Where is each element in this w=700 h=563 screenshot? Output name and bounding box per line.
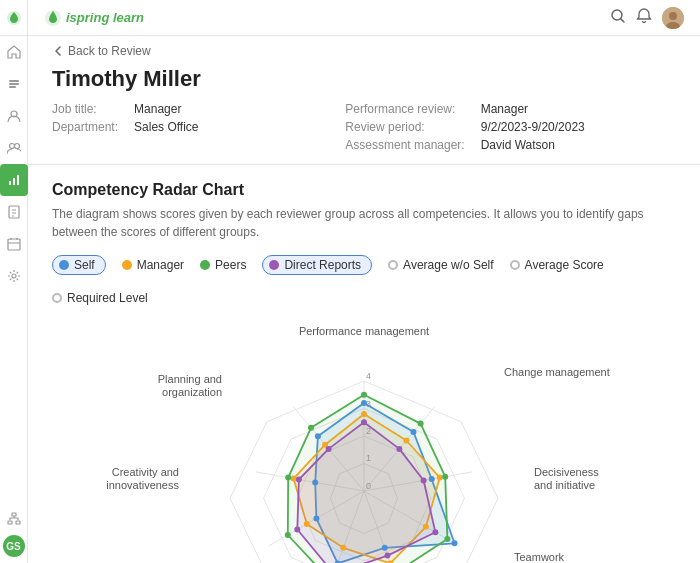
svg-point-5 — [9, 144, 14, 149]
meta-grid: Job title: Manager Performance review: M… — [52, 102, 676, 152]
legend-item-required-level[interactable]: Required Level — [52, 291, 148, 305]
review-period-label: Review period: — [345, 120, 464, 134]
svg-rect-1 — [9, 80, 19, 82]
sidebar-item-user-initials[interactable]: GS — [3, 535, 25, 557]
dot-dr-3 — [432, 529, 438, 535]
sidebar-item-org[interactable] — [0, 503, 28, 535]
dot-peers-8 — [308, 425, 314, 431]
chart-section: Competency Radar Chart The diagram shows… — [28, 165, 700, 563]
dot-manager-7 — [291, 476, 297, 482]
department-value: Sales Office — [134, 120, 329, 134]
svg-rect-3 — [9, 86, 16, 88]
legend-item-manager[interactable]: Manager — [122, 258, 184, 272]
svg-text:and initiative: and initiative — [534, 479, 595, 491]
legend-label-avg-wo-self: Average w/o Self — [403, 258, 494, 272]
sidebar-item-groups[interactable] — [0, 132, 28, 164]
sidebar-item-users[interactable] — [0, 100, 28, 132]
search-icon[interactable] — [610, 8, 626, 27]
assessment-manager-value: David Watson — [481, 138, 676, 152]
dot-self-8 — [315, 433, 321, 439]
user-avatar[interactable] — [662, 7, 684, 29]
svg-text:Performance management: Performance management — [299, 325, 429, 337]
legend-dot-peers — [200, 260, 210, 270]
sidebar-item-home[interactable] — [0, 36, 28, 68]
legend-label-direct-reports: Direct Reports — [284, 258, 361, 272]
svg-text:innovativeness: innovativeness — [106, 479, 179, 491]
dot-dr-6 — [294, 527, 300, 533]
performance-review-label: Performance review: — [345, 102, 464, 116]
dot-dr-1 — [396, 446, 402, 452]
svg-text:Planning and: Planning and — [158, 373, 222, 385]
legend-item-avg-score[interactable]: Average Score — [510, 258, 604, 272]
dot-peers-3 — [444, 536, 450, 542]
svg-text:organization: organization — [162, 386, 222, 398]
review-period-value: 9/2/2023-9/20/2023 — [481, 120, 676, 134]
dot-manager-2 — [437, 475, 443, 481]
dot-dr-2 — [421, 478, 427, 484]
app-logo: ispring learn — [44, 9, 144, 27]
dot-peers-1 — [418, 421, 424, 427]
assessment-manager-label: Assessment manager: — [345, 138, 464, 152]
legend-dot-avg-wo-self — [388, 260, 398, 270]
radar-chart: Performance management Change management… — [74, 321, 654, 563]
legend: Self Manager Peers Direct Reports Averag… — [52, 255, 676, 305]
svg-point-12 — [12, 274, 16, 278]
legend-label-manager: Manager — [137, 258, 184, 272]
dot-self-1 — [411, 429, 417, 435]
svg-rect-14 — [8, 521, 12, 524]
dot-self-2 — [429, 476, 435, 482]
legend-label-required-level: Required Level — [67, 291, 148, 305]
job-title-label: Job title: — [52, 102, 118, 116]
sidebar-item-reports[interactable] — [0, 164, 28, 196]
dot-self-0 — [361, 400, 367, 406]
job-title-value: Manager — [134, 102, 329, 116]
legend-dot-direct-reports — [269, 260, 279, 270]
dot-manager-5 — [340, 545, 346, 551]
svg-text:Teamwork: Teamwork — [514, 551, 565, 563]
svg-text:4: 4 — [366, 371, 371, 381]
svg-rect-2 — [9, 83, 19, 85]
legend-dot-required-level — [52, 293, 62, 303]
sidebar-bottom: GS — [0, 503, 28, 563]
legend-label-peers: Peers — [215, 258, 246, 272]
legend-item-direct-reports[interactable]: Direct Reports — [262, 255, 372, 275]
sidebar-item-calendar[interactable] — [0, 228, 28, 260]
svg-rect-9 — [17, 175, 19, 185]
legend-item-peers[interactable]: Peers — [200, 258, 246, 272]
dot-peers-2 — [442, 474, 448, 480]
legend-dot-avg-score — [510, 260, 520, 270]
dot-dr-4 — [385, 553, 391, 559]
dot-self-6 — [313, 516, 319, 522]
bell-icon[interactable] — [636, 8, 652, 27]
svg-rect-11 — [8, 239, 20, 250]
svg-rect-8 — [13, 178, 15, 185]
sidebar-logo — [0, 0, 28, 36]
svg-text:Change management: Change management — [504, 366, 610, 378]
back-link[interactable]: Back to Review — [28, 36, 700, 62]
legend-item-avg-wo-self[interactable]: Average w/o Self — [388, 258, 494, 272]
sidebar-item-courses[interactable] — [0, 68, 28, 100]
legend-item-self[interactable]: Self — [52, 255, 106, 275]
sidebar: GS — [0, 0, 28, 563]
content-area: Back to Review Timothy Miller Job title:… — [28, 36, 700, 563]
svg-point-19 — [669, 12, 677, 20]
radar-chart-container: Performance management Change management… — [52, 321, 676, 563]
dot-peers-0 — [361, 392, 367, 398]
dot-peers-6 — [285, 532, 291, 538]
sidebar-item-assignments[interactable] — [0, 196, 28, 228]
legend-label-self: Self — [74, 258, 95, 272]
dot-dr-8 — [326, 446, 332, 452]
chart-description: The diagram shows scores given by each r… — [52, 205, 676, 241]
chart-title: Competency Radar Chart — [52, 181, 676, 199]
sidebar-item-settings[interactable] — [0, 260, 28, 292]
dot-self-3 — [452, 540, 458, 546]
department-label: Department: — [52, 120, 118, 134]
dot-manager-1 — [403, 438, 409, 444]
legend-label-avg-score: Average Score — [525, 258, 604, 272]
dot-self-7 — [312, 479, 318, 485]
dot-self-4 — [382, 545, 388, 551]
page-title: Timothy Miller — [52, 66, 676, 92]
dot-manager-6 — [304, 521, 310, 527]
svg-rect-15 — [16, 521, 20, 524]
dot-dr-7 — [296, 477, 302, 483]
